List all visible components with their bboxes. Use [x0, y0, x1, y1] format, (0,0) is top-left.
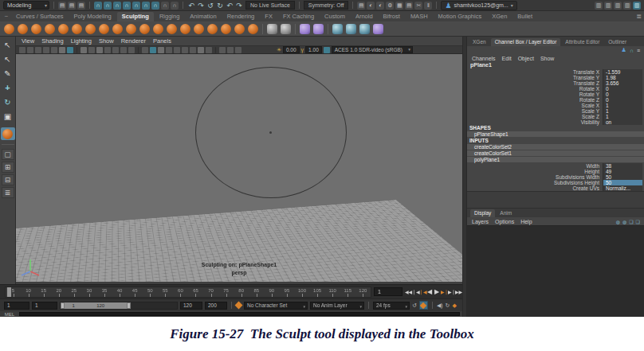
- shelf-tab[interactable]: FX Caching: [278, 12, 319, 21]
- range-slider[interactable]: 1 120: [60, 302, 178, 310]
- make-live-icon[interactable]: ∩: [142, 2, 150, 10]
- add-empty-layer-icon[interactable]: ❏: [629, 219, 633, 224]
- render-current-frame-icon[interactable]: ◐: [367, 2, 375, 10]
- textured-icon[interactable]: [158, 47, 164, 53]
- shelf-tab[interactable]: FX: [260, 12, 277, 21]
- shelf-tab[interactable]: Arnold: [351, 12, 378, 21]
- channel-box-menu-item[interactable]: Object: [518, 56, 534, 61]
- smear-brush-icon[interactable]: [193, 23, 205, 35]
- attribute-row[interactable]: Height 49: [467, 169, 644, 174]
- shape-node-item[interactable]: pPlaneShape1: [467, 131, 644, 137]
- attribute-row[interactable]: Create UVs Normaliz...: [467, 185, 644, 191]
- panel-menu-item[interactable]: Show: [99, 37, 114, 45]
- display-layer-list[interactable]: [467, 225, 644, 317]
- gamma-icon[interactable]: γ: [301, 47, 304, 53]
- channel-row[interactable]: Visibility on: [467, 119, 644, 125]
- command-language-toggle[interactable]: MEL: [2, 312, 17, 317]
- colorspace-dropdown[interactable]: ACES 1.0 SDR-video (sRGB) ▾: [332, 46, 413, 53]
- viewport-canvas[interactable]: Sculpting on: pPlaneShape1 persp: [16, 54, 462, 282]
- snap-to-grid-icon[interactable]: ∩: [94, 2, 102, 10]
- shelf-menu-icon[interactable]: ≣: [636, 13, 642, 20]
- channel-row[interactable]: Translate X -1.559: [467, 69, 644, 75]
- render-view-icon[interactable]: ▤: [357, 2, 365, 10]
- panel-menu-item[interactable]: Shading: [41, 37, 64, 45]
- move-tool-button[interactable]: +: [1, 81, 15, 94]
- paint-vertex-color-icon[interactable]: [299, 23, 311, 35]
- toggle-xgen-icon[interactable]: ✂: [414, 2, 422, 10]
- sidebar-tab[interactable]: XGen: [469, 38, 490, 46]
- bulge-brush-icon[interactable]: [206, 23, 218, 35]
- shelf-tab[interactable]: Bifrost: [379, 12, 405, 21]
- animation-end-field[interactable]: 200: [205, 302, 227, 310]
- step-back-key-button[interactable]: ❘◀: [419, 289, 426, 294]
- shelf-tab[interactable]: Poly Modeling: [69, 12, 116, 21]
- lights-icon[interactable]: [166, 47, 172, 53]
- select-camera-icon[interactable]: [19, 47, 26, 53]
- attribute-row[interactable]: Subdivisions Width 50: [467, 174, 644, 180]
- shelf-tab[interactable]: MASH: [406, 12, 433, 21]
- shelf-collapse-icon[interactable]: −: [2, 13, 10, 20]
- imprint-brush-icon[interactable]: [125, 23, 137, 35]
- panel-menu-item[interactable]: View: [22, 37, 34, 45]
- pose-brush-icon[interactable]: [312, 23, 324, 35]
- channel-row[interactable]: Rotate Y 0: [467, 92, 644, 97]
- camera-attributes-icon[interactable]: [35, 47, 41, 53]
- smooth-brush-icon[interactable]: [17, 23, 29, 35]
- panel-splitter[interactable]: [467, 191, 644, 209]
- shelf-separator[interactable]: [262, 24, 263, 34]
- ipr-render-icon[interactable]: ◐: [376, 2, 384, 10]
- shelf-tab[interactable]: Sculpting: [117, 12, 154, 21]
- channel-row[interactable]: Scale Z 1: [467, 114, 644, 119]
- layout-single-pane-button[interactable]: ▢: [2, 149, 14, 160]
- channel-box-menu-item[interactable]: Edit: [502, 56, 512, 61]
- exposure-field[interactable]: 0.00: [283, 46, 300, 53]
- input-node-item[interactable]: createColorSet2: [467, 144, 644, 150]
- scale-tool-button[interactable]: ▣: [1, 110, 15, 123]
- input-node-item[interactable]: createColorSet1: [467, 150, 644, 156]
- shelf-tab[interactable]: Custom: [320, 12, 350, 21]
- sculpt-brush-icon[interactable]: [3, 23, 15, 35]
- character-key-icon[interactable]: [235, 302, 243, 310]
- symmetry-field[interactable]: Symmetry: Off: [304, 1, 349, 10]
- wireframe-icon[interactable]: [142, 47, 148, 53]
- wireframe-on-shaded-icon[interactable]: [235, 47, 242, 53]
- grab-brush-icon[interactable]: [44, 23, 56, 35]
- paint-mode-icon[interactable]: ↷: [235, 2, 243, 10]
- render-sequence-icon[interactable]: ▤: [405, 2, 413, 10]
- snap-to-point-icon[interactable]: ∩: [113, 2, 121, 10]
- rotate-tool-button[interactable]: ↻: [1, 96, 15, 108]
- shelf-separator[interactable]: [295, 24, 296, 34]
- account-menu[interactable]: ♟ shamtvkoo125@gm... ▾: [441, 1, 516, 10]
- sidebar-tab[interactable]: Channel Box / Layer Editor: [491, 38, 561, 46]
- grid-icon[interactable]: [80, 47, 87, 53]
- multisample-aa-icon[interactable]: [198, 47, 204, 53]
- workspace-modeling-icon[interactable]: ▥: [623, 2, 631, 10]
- auto-keyframe-toggle[interactable]: [419, 301, 428, 310]
- fps-dropdown[interactable]: 24 fps ▾: [373, 302, 410, 310]
- freeze-select-brush-icon[interactable]: [247, 23, 259, 35]
- shaded-icon[interactable]: [150, 47, 156, 53]
- shelf-tab[interactable]: Rendering: [222, 12, 260, 21]
- reflection-icon[interactable]: ↻: [216, 2, 224, 10]
- layer-playback-icon[interactable]: ◍: [622, 219, 626, 224]
- range-slider-bar[interactable]: 1 120: [61, 302, 131, 309]
- pinch-brush-icon[interactable]: [57, 23, 69, 35]
- layer-editor-menu-item[interactable]: Options: [495, 219, 514, 224]
- shelf-tab[interactable]: Rigging: [155, 12, 184, 21]
- current-frame-field[interactable]: 1: [374, 287, 402, 296]
- channel-row[interactable]: Rotate Z 0: [467, 97, 644, 103]
- channel-row[interactable]: Rotate X 0: [467, 86, 644, 92]
- select-tool-button[interactable]: ↖: [1, 38, 15, 51]
- playback-start-field[interactable]: 1: [32, 302, 57, 310]
- lock-selection-icon[interactable]: ∩: [161, 2, 169, 10]
- sidebar-tab[interactable]: Attribute Editor: [561, 38, 603, 46]
- layer-editor-tab[interactable]: Display: [470, 209, 495, 217]
- input-node-item[interactable]: polyPlane1: [467, 157, 644, 162]
- manipulator-icon[interactable]: ♟: [622, 47, 626, 53]
- field-chart-icon[interactable]: [112, 47, 119, 53]
- render-settings-icon[interactable]: ⚙: [386, 2, 394, 10]
- amplify-brush-icon[interactable]: [220, 23, 232, 35]
- redo-icon[interactable]: ↷: [197, 2, 205, 10]
- toolbar-separator[interactable]: [215, 47, 216, 53]
- go-to-end-button[interactable]: ▶▶: [455, 289, 461, 294]
